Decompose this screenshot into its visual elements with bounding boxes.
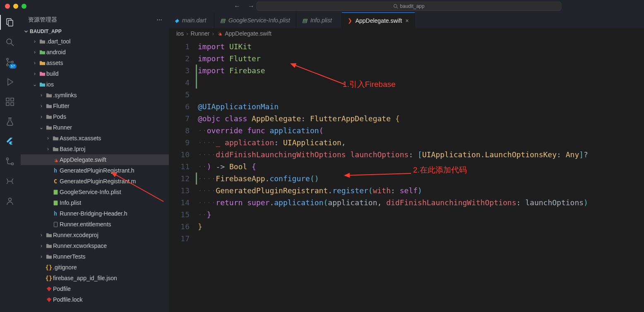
close-tab-icon[interactable]: × (405, 17, 409, 24)
svg-rect-13 (11, 98, 14, 101)
tree-folder[interactable]: ›Assets.xcassets (21, 133, 169, 144)
editor-tab[interactable]: ❯AppDelegate.swift× (342, 12, 415, 28)
swift-icon (51, 157, 60, 163)
svg-line-1 (397, 7, 398, 8)
tree-file[interactable]: Info.plist (21, 197, 169, 208)
source-control-icon[interactable]: 57 (4, 56, 16, 68)
code-line[interactable]: 6@UIApplicationMain (169, 101, 644, 113)
tree-file[interactable]: Podfile.lock (21, 294, 169, 305)
account-icon[interactable] (4, 195, 16, 207)
line-number: 9 (169, 137, 198, 149)
project-header[interactable]: BAUDIT_APP (20, 27, 169, 36)
tree-file[interactable]: {}firebase_app_id_file.json (21, 273, 169, 283)
tree-file[interactable]: hGeneratedPluginRegistrant.h (21, 165, 169, 176)
git-graph-icon[interactable] (4, 156, 16, 167)
code-line[interactable]: 10····didFinishLaunchingWithOptions laun… (169, 149, 644, 161)
editor-tab[interactable]: ◆main.dart (169, 12, 214, 28)
tree-item-label: Base.lproj (60, 146, 85, 152)
command-center[interactable]: baudit_app (257, 2, 561, 11)
breadcrumb-segment[interactable]: ios (176, 30, 184, 37)
line-content: } (198, 221, 644, 233)
line-content: import Firebase (198, 65, 644, 77)
search-panel-icon[interactable] (4, 36, 16, 48)
testing-icon[interactable] (4, 116, 16, 127)
line-number: 5 (169, 89, 198, 101)
tree-folder[interactable]: ›Base.lproj (21, 144, 169, 154)
code-line[interactable]: 12····FirebaseApp.configure() (169, 173, 644, 185)
tree-file[interactable]: CGeneratedPluginRegistrant.m (21, 176, 169, 187)
search-icon (393, 4, 398, 9)
chevron-icon: ⌄ (38, 125, 45, 130)
code-line[interactable]: 13····GeneratedPluginRegistrant.register… (169, 185, 644, 197)
code-editor[interactable]: 1.引入Firebase 2.在此添加代码 1import UIKit2impo… (169, 39, 644, 312)
code-line[interactable]: 7@objc class AppDelegate: FlutterAppDele… (169, 113, 644, 125)
breadcrumb-segment[interactable]: AppDelegate.swift (225, 30, 272, 37)
editor-tab[interactable]: ▤GoogleService-Info.plist (214, 12, 296, 28)
svg-point-4 (7, 39, 12, 44)
breadcrumb-segment[interactable]: Runner (191, 30, 210, 37)
line-number: 17 (169, 233, 198, 245)
chevron-right-icon: › (212, 30, 214, 37)
code-line[interactable]: 8··override func application( (169, 125, 644, 137)
console-icon[interactable] (4, 175, 16, 187)
chevron-icon: › (38, 114, 45, 120)
tree-file[interactable]: Podfile (21, 283, 169, 294)
code-line[interactable]: 11··) -> Bool { (169, 161, 644, 173)
line-content: ··} (198, 209, 644, 221)
tree-folder[interactable]: ⌄ios (21, 79, 169, 90)
code-line[interactable]: 15··} (169, 209, 644, 221)
tree-item-label: Runner-Bridging-Header.h (60, 210, 127, 217)
tree-file[interactable]: GoogleService-Info.plist (21, 187, 169, 197)
tree-folder[interactable]: ›Runner.xcworkspace (21, 240, 169, 251)
tree-item-label: .gitignore (53, 264, 77, 271)
code-line[interactable]: 1import UIKit (169, 41, 644, 53)
tree-file[interactable]: hRunner-Bridging-Header.h (21, 208, 169, 219)
run-debug-icon[interactable] (4, 76, 16, 88)
tree-item-label: RunnerTests (53, 253, 86, 260)
h-icon: h (51, 210, 60, 217)
tree-folder[interactable]: ›Runner.xcodeproj (21, 230, 169, 240)
tree-item-label: Pods (53, 113, 66, 120)
tree-folder[interactable]: ›build (21, 68, 169, 79)
scm-badge: 57 (9, 64, 17, 69)
flutter-icon[interactable] (4, 136, 16, 147)
code-line[interactable]: 14····return super.application(applicati… (169, 197, 644, 209)
close-window-icon[interactable] (5, 4, 10, 9)
minimize-window-icon[interactable] (13, 4, 18, 9)
code-line[interactable]: 5 (169, 89, 644, 101)
svg-rect-20 (54, 222, 57, 226)
chevron-icon: › (38, 254, 45, 259)
tree-file[interactable]: Runner.entitlements (21, 219, 169, 230)
code-line[interactable]: 3import Firebase (169, 65, 644, 77)
breadcrumb[interactable]: ios›Runner›AppDelegate.swift (169, 28, 644, 39)
extensions-icon[interactable] (4, 96, 16, 108)
tree-file[interactable]: AppDelegate.swift (21, 154, 169, 165)
tree-file[interactable]: {}.gitignore (21, 262, 169, 273)
editor-tab[interactable]: ▤Info.plist (296, 12, 342, 28)
code-line[interactable]: 4 (169, 77, 644, 89)
explorer-icon[interactable] (4, 17, 16, 28)
code-line[interactable]: 9····_ application: UIApplication, (169, 137, 644, 149)
tree-folder[interactable]: ⌄Runner (21, 122, 169, 133)
svg-rect-19 (53, 200, 58, 205)
code-line[interactable]: 17 (169, 233, 644, 245)
line-number: 15 (169, 209, 198, 221)
h-icon: h (51, 167, 60, 174)
tree-folder[interactable]: ›android (21, 47, 169, 58)
tree-folder[interactable]: ›.symlinks (21, 90, 169, 101)
code-line[interactable]: 16} (169, 221, 644, 233)
line-content: import UIKit (198, 41, 644, 53)
maximize-window-icon[interactable] (22, 4, 26, 9)
tree-folder[interactable]: ›RunnerTests (21, 251, 169, 262)
code-line[interactable]: 2import Flutter (169, 53, 644, 65)
tree-folder[interactable]: ›assets (21, 58, 169, 68)
tree-folder[interactable]: ›Flutter (21, 101, 169, 111)
tree-folder[interactable]: ›Pods (21, 111, 169, 122)
svg-rect-18 (53, 190, 58, 194)
more-icon[interactable]: ⋯ (156, 17, 162, 23)
nav-back-icon[interactable]: ← (234, 2, 240, 10)
tree-folder[interactable]: ›.dart_tool (21, 36, 169, 47)
nav-forward-icon[interactable]: → (248, 2, 255, 10)
tree-item-label: firebase_app_id_file.json (53, 275, 117, 281)
swift-icon (216, 30, 222, 37)
